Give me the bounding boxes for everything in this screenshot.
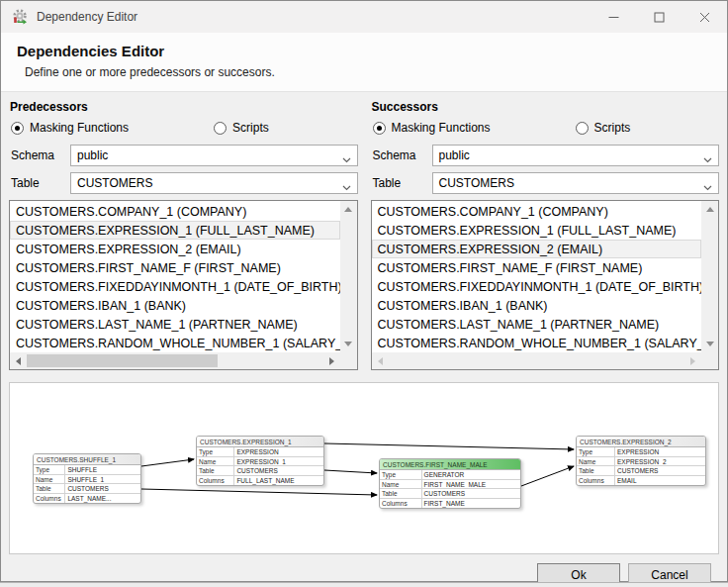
diagram-node-row: NameEXPRESSION_2 (577, 457, 705, 467)
predecessors-masking-radio[interactable] (11, 122, 24, 135)
predecessors-table-select[interactable]: CUSTOMERS (70, 172, 358, 194)
successors-schema-label: Schema (371, 148, 432, 162)
successors-table-label: Table (371, 176, 432, 190)
successors-horizontal-scrollbar[interactable] (372, 352, 702, 369)
diagram-node-row: TableCUSTOMERS (577, 466, 705, 476)
diagram-node-title: CUSTOMERS.EXPRESSION_2 (577, 437, 705, 447)
dialog-header: Dependencies Editor Define one or more p… (1, 33, 727, 92)
diagram-edge (141, 459, 194, 466)
scroll-up-icon[interactable] (706, 207, 714, 212)
list-item[interactable]: CUSTOMERS.FIXEDDAYINMONTH_1 (DATE_OF_BIR… (372, 277, 702, 296)
successors-listbox: CUSTOMERS.COMPANY_1 (COMPANY)CUSTOMERS.E… (371, 200, 720, 370)
close-button[interactable] (682, 1, 727, 33)
diagram-node-row: ColumnsFIRST_NAME (380, 499, 520, 509)
chevron-down-icon (342, 152, 351, 166)
diagram-node-row: NameEXPRESSION_1 (197, 457, 323, 467)
list-item[interactable]: CUSTOMERS.LAST_NAME_1 (PARTNER_NAME) (372, 315, 702, 334)
diagram-edge (324, 443, 574, 449)
list-item[interactable]: CUSTOMERS.RANDOM_WHOLE_NUMBER_1 (SALARY_… (372, 334, 702, 352)
diagram-node-row: NameFIRST_NAME_MALE (380, 480, 520, 490)
predecessors-masking-label: Masking Functions (30, 121, 129, 135)
predecessors-horizontal-scrollbar[interactable] (10, 352, 340, 369)
list-item[interactable]: CUSTOMERS.RANDOM_WHOLE_NUMBER_1 (SALARY_… (10, 334, 340, 352)
successors-schema-select[interactable]: public (432, 145, 720, 166)
list-item[interactable]: CUSTOMERS.IBAN_1 (BANK) (10, 296, 340, 315)
diagram-node-title: CUSTOMERS.FIRST_NAME_MALE (380, 459, 520, 470)
successors-vertical-scrollbar[interactable] (701, 201, 718, 352)
successors-panel: Successors Masking Functions Scripts Sch… (371, 98, 720, 370)
successors-title: Successors (372, 100, 720, 114)
predecessors-schema-select[interactable]: public (70, 145, 358, 166)
diagram-node-row: TypeSHUFFLE (34, 465, 140, 475)
scrollbar-thumb[interactable] (27, 354, 218, 367)
diagram-node-row: ColumnsEMAIL (577, 476, 705, 486)
scroll-left-icon[interactable] (16, 357, 21, 365)
predecessors-schema-label: Schema (9, 148, 70, 162)
diagram-edge (324, 470, 377, 473)
window-title: Dependency Editor (37, 10, 137, 24)
list-item[interactable]: CUSTOMERS.FIXEDDAYINMONTH_1 (DATE_OF_BIR… (10, 277, 340, 296)
minimize-button[interactable] (591, 1, 636, 33)
list-item[interactable]: CUSTOMERS.EXPRESSION_2 (EMAIL) (372, 240, 702, 258)
diagram-edge (521, 466, 574, 486)
scroll-down-icon[interactable] (706, 342, 714, 346)
diagram-node-row: TypeEXPRESSION (577, 447, 705, 457)
maximize-button[interactable] (636, 1, 682, 33)
list-item[interactable]: CUSTOMERS.IBAN_1 (BANK) (372, 296, 702, 315)
diagram-node-row: TableCUSTOMERS (380, 489, 520, 499)
chevron-down-icon (342, 180, 351, 194)
list-item[interactable]: CUSTOMERS.EXPRESSION_2 (EMAIL) (10, 240, 340, 258)
title-bar: Dependency Editor (1, 1, 727, 33)
scroll-right-icon[interactable] (690, 357, 695, 365)
chevron-down-icon (703, 152, 712, 166)
successors-table-select[interactable]: CUSTOMERS (432, 172, 720, 194)
successors-scripts-radio[interactable] (576, 122, 589, 135)
predecessors-listbox: CUSTOMERS.COMPANY_1 (COMPANY)CUSTOMERS.E… (9, 200, 358, 370)
diagram-node[interactable]: CUSTOMERS.FIRST_NAME_MALETypeGENERATORNa… (379, 458, 521, 509)
scroll-right-icon[interactable] (329, 357, 334, 365)
scroll-left-icon[interactable] (378, 357, 383, 365)
list-item[interactable]: CUSTOMERS.EXPRESSION_1 (FULL_LAST_NAME) (10, 221, 340, 240)
diagram-node-row: TableCUSTOMERS (34, 484, 140, 494)
page-subtitle: Define one or more predecessors or succe… (25, 65, 711, 79)
successors-scripts-label: Scripts (594, 121, 631, 135)
diagram-node-row: ColumnsLAST_NAME... (34, 494, 140, 504)
list-item[interactable]: CUSTOMERS.FIRST_NAME_F (FIRST_NAME) (10, 258, 340, 277)
predecessors-title: Predecessors (10, 100, 358, 114)
diagram-node[interactable]: CUSTOMERS.EXPRESSION_2TypeEXPRESSIONName… (576, 436, 706, 486)
app-gear-icon (11, 8, 29, 26)
predecessors-scripts-radio[interactable] (214, 122, 227, 135)
successors-schema-value: public (439, 148, 470, 162)
dependency-editor-dialog: Dependency Editor Dependencies Editor De… (0, 0, 728, 582)
successors-masking-radio[interactable] (373, 122, 386, 135)
page-title: Dependencies Editor (17, 43, 711, 59)
list-item[interactable]: CUSTOMERS.EXPRESSION_1 (FULL_LAST_NAME) (372, 221, 702, 240)
dependency-diagram-panel[interactable]: CUSTOMERS.SHUFFLE_1TypeSHUFFLENameSHUFFL… (9, 382, 719, 554)
diagram-node-row: TableCUSTOMERS (197, 466, 323, 476)
predecessors-vertical-scrollbar[interactable] (340, 201, 357, 352)
predecessors-panel: Predecessors Masking Functions Scripts S… (9, 98, 358, 370)
desktop-background-sliver (0, 582, 728, 587)
diagram-node[interactable]: CUSTOMERS.SHUFFLE_1TypeSHUFFLENameSHUFFL… (33, 453, 141, 504)
list-item[interactable]: CUSTOMERS.FIRST_NAME_F (FIRST_NAME) (372, 258, 702, 277)
diagram-node-row: NameSHUFFLE_1 (34, 475, 140, 485)
diagram-node-row: TypeEXPRESSION (197, 447, 323, 457)
predecessors-table-label: Table (9, 176, 70, 190)
list-item[interactable]: CUSTOMERS.LAST_NAME_1 (PARTNER_NAME) (10, 315, 340, 334)
predecessors-scripts-label: Scripts (232, 121, 269, 135)
chevron-down-icon (703, 180, 712, 194)
diagram-node[interactable]: CUSTOMERS.EXPRESSION_1TypeEXPRESSIONName… (196, 436, 324, 486)
successors-masking-label: Masking Functions (392, 121, 491, 135)
list-item[interactable]: CUSTOMERS.COMPANY_1 (COMPANY) (10, 202, 340, 221)
list-item[interactable]: CUSTOMERS.COMPANY_1 (COMPANY) (372, 202, 702, 221)
diagram-node-title: CUSTOMERS.EXPRESSION_1 (197, 437, 323, 447)
scroll-up-icon[interactable] (344, 207, 352, 212)
diagram-edge (141, 489, 377, 495)
diagram-node-title: CUSTOMERS.SHUFFLE_1 (34, 454, 140, 465)
predecessors-schema-value: public (77, 148, 108, 162)
diagram-node-row: TypeGENERATOR (380, 470, 520, 480)
successors-table-value: CUSTOMERS (439, 176, 514, 190)
diagram-node-row: ColumnsFULL_LAST_NAME (197, 476, 323, 486)
scroll-down-icon[interactable] (344, 342, 352, 346)
predecessors-table-value: CUSTOMERS (77, 176, 152, 190)
